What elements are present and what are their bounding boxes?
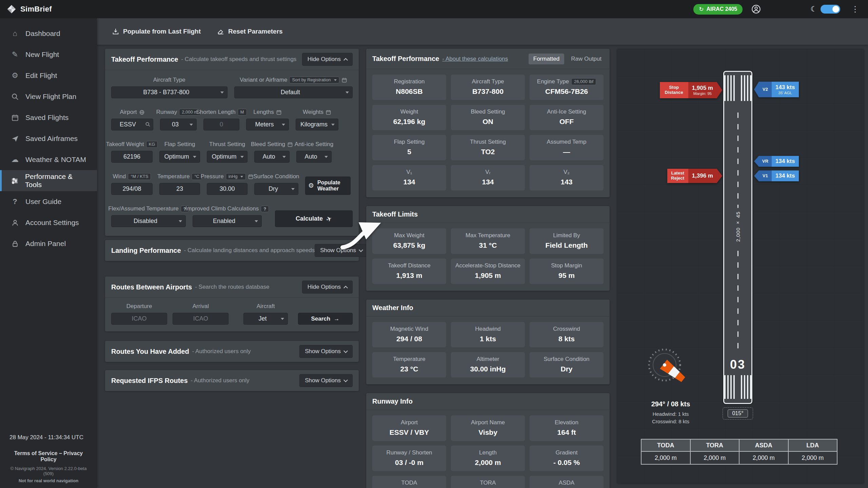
takeoff-weight-input[interactable] (111, 151, 153, 163)
flap-setting-label: Flap Setting (164, 141, 195, 148)
surface-condition-select[interactable]: Dry (254, 183, 298, 195)
runway-visualization-panel: 2,000 × 45 03 Stop Distance 1,905 m Marg… (617, 49, 864, 483)
chevron-down-icon (220, 92, 224, 94)
table-header-asda: ASDA (739, 439, 788, 451)
sidebar-item-dashboard[interactable]: ⌂ Dashboard (0, 23, 97, 44)
arrival-input[interactable] (173, 313, 229, 325)
sidebar-item-edit-flight[interactable]: ⚙ Edit Flight (0, 65, 97, 86)
cell-value: 5 (407, 148, 411, 156)
sidebar-item-weather-notam[interactable]: ☁ Weather & NOTAM (0, 149, 97, 170)
aircraft-category-select[interactable]: Jet (243, 313, 288, 325)
lengths-select[interactable]: Meters (246, 119, 289, 130)
result-cell: Weight 62,196 kg (372, 105, 446, 130)
panel-subtitle: - Calculate takeoff speeds and thrust se… (181, 56, 296, 63)
raw-output-button[interactable]: Raw Output (569, 54, 604, 64)
result-cell: Length 2,000 m (451, 446, 525, 471)
wind-direction-speed: 294° / 08 kts (630, 400, 711, 408)
chevron-down-icon (282, 156, 286, 158)
table-cell-lda: 2,000 m (788, 451, 837, 464)
wind-input[interactable] (111, 183, 153, 195)
runway-select[interactable]: 03 (160, 119, 197, 130)
weights-label: Weights (303, 109, 323, 116)
variant-label: Variant or Airframe (240, 77, 287, 83)
hide-options-button[interactable]: Hide Options (302, 53, 353, 66)
account-icon[interactable] (751, 4, 761, 14)
populate-weather-button[interactable]: ⚙ Populate Weather (305, 177, 351, 195)
flex-temp-select[interactable]: Disabled (111, 215, 186, 227)
result-cell: V₁ 134 (372, 165, 446, 190)
cell-label: V₂ (564, 169, 570, 176)
show-options-button[interactable]: Show Options (315, 244, 368, 257)
cell-label: Engine Type (537, 78, 569, 85)
flap-setting-select[interactable]: Optimum (159, 151, 200, 163)
antiice-setting-select[interactable]: Auto (296, 151, 332, 163)
pressure-unit-select[interactable]: inHg (226, 173, 246, 180)
variant-select[interactable]: Default (234, 86, 353, 98)
bleed-setting-select[interactable]: Auto (254, 151, 290, 163)
show-options-button[interactable]: Show Options (299, 374, 353, 387)
calendar-icon[interactable] (287, 142, 293, 147)
dark-mode-toggle[interactable] (821, 5, 840, 14)
calendar-icon[interactable] (341, 77, 347, 83)
sidebar-item-view-flight-plan[interactable]: View Flight Plan (0, 86, 97, 107)
aircraft-type-select[interactable]: B738 - B737-800 (111, 86, 228, 98)
shorten-unit-badge: M (238, 109, 247, 116)
table-row: 2,000 m 2,000 m 2,000 m 2,000 m (641, 451, 837, 464)
calendar-icon[interactable] (326, 109, 331, 115)
refresh-icon: ↻ (699, 6, 704, 13)
result-cell: Aircraft Type B737-800 (451, 75, 525, 100)
result-cell: Anti-Ice Setting OFF (530, 105, 604, 130)
runway-label: Runway (156, 109, 177, 116)
antiice-setting-label: Anti-ice Setting (295, 141, 333, 148)
sort-select[interactable]: Sort by Registration (289, 77, 339, 83)
sidebar-item-performance-tools[interactable]: Performance & Tools (0, 170, 97, 191)
chevron-up-icon (343, 58, 348, 62)
about-calculations-link[interactable]: - About these calculations (442, 56, 508, 62)
calendar-icon[interactable] (276, 109, 282, 115)
sidebar-item-saved-airframes[interactable]: Saved Airframes (0, 128, 97, 149)
populate-last-flight-button[interactable]: Populate from Last Flight (112, 28, 201, 35)
sidebar-item-new-flight[interactable]: ✎ New Flight (0, 44, 97, 65)
stop-distance-flag: Stop Distance 1,905 m Margin: 95 (660, 82, 722, 98)
search-routes-button[interactable]: Search → (298, 313, 353, 325)
chevron-down-icon (255, 220, 258, 222)
result-cell: Assumed Temp — (530, 135, 604, 160)
kebab-menu-icon[interactable]: ⋮ (849, 4, 861, 14)
show-options-button[interactable]: Show Options (299, 345, 353, 358)
terms-link[interactable]: Terms of Service (14, 450, 58, 456)
result-cell: Takeoff Distance 1,913 m (372, 259, 446, 284)
departure-input[interactable] (111, 313, 167, 325)
chevron-down-icon (291, 188, 295, 190)
gear-icon: ⚙ (308, 182, 314, 189)
search-icon (10, 93, 20, 101)
shorten-length-input[interactable] (203, 119, 239, 130)
improved-climb-select[interactable]: Enabled (193, 215, 262, 227)
table-cell-tora: 2,000 m (690, 451, 739, 464)
table-cell-toda: 2,000 m (641, 451, 690, 464)
pressure-input[interactable] (207, 183, 248, 195)
help-icon[interactable]: ? (261, 206, 269, 212)
chevron-down-icon (346, 92, 349, 94)
reset-parameters-button[interactable]: Reset Parameters (217, 28, 283, 35)
calculate-button[interactable]: Calculate ✈ (275, 210, 353, 227)
vr-flag: VR 134 kts (754, 156, 799, 167)
sidebar-item-user-guide[interactable]: ? User Guide (0, 191, 97, 212)
result-cell: Stop Margin 95 m (530, 259, 604, 284)
temperature-input[interactable] (159, 183, 200, 195)
weights-select[interactable]: Kilograms (296, 119, 338, 130)
sidebar-item-admin-panel[interactable]: Admin Panel (0, 233, 97, 254)
hide-options-button[interactable]: Hide Options (302, 281, 353, 293)
calendar-icon[interactable] (248, 174, 254, 180)
formatted-button[interactable]: Formatted (529, 54, 564, 64)
cell-label: Assumed Temp (547, 139, 587, 145)
result-cell: Engine Type 26,000 lbf CFM56-7B26 (530, 75, 604, 100)
runway-threshold-marks (724, 75, 751, 101)
temperature-label: Temperature (157, 173, 190, 180)
improved-climb-label: Improved Climb Calculations (185, 205, 259, 212)
sidebar-item-saved-flights[interactable]: Saved Flights (0, 107, 97, 128)
search-icon[interactable] (145, 122, 151, 127)
cell-value: — (563, 148, 570, 156)
airac-badge[interactable]: ↻ AIRAC 2405 (693, 4, 743, 15)
thrust-setting-select[interactable]: Optimum (207, 151, 248, 163)
sidebar-item-account-settings[interactable]: Account Settings (0, 212, 97, 233)
